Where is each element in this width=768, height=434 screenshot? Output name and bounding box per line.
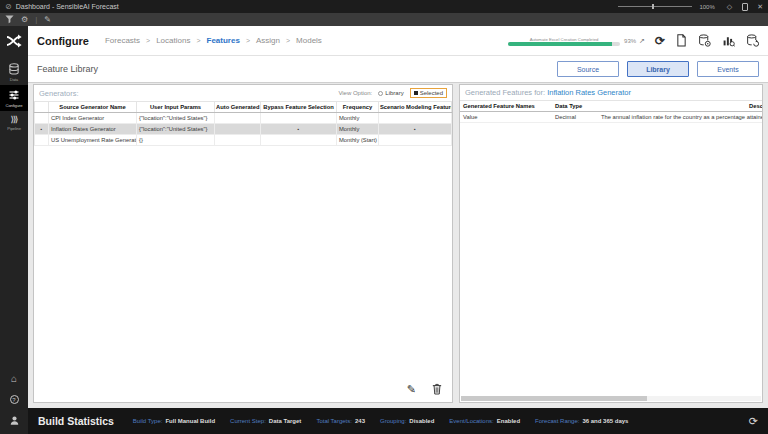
chart-search-icon[interactable]: [722, 34, 735, 47]
help-icon[interactable]: ?: [10, 395, 19, 404]
col-generated-feature-names[interactable]: Generated Feature Names: [460, 101, 552, 112]
col-user-input-params[interactable]: User Input Params: [137, 102, 215, 113]
cell-auto-generated[interactable]: [215, 113, 261, 124]
cell-bypass[interactable]: [261, 135, 337, 146]
generators-title: Generators:: [39, 89, 79, 98]
cell-generator-name[interactable]: Inflation Rates Generator: [49, 124, 137, 135]
home-icon[interactable]: ⌂: [11, 374, 17, 384]
cell-auto-generated[interactable]: [215, 124, 261, 135]
progress-fill: [508, 42, 612, 46]
external-link-icon[interactable]: ↗: [639, 37, 645, 45]
row-select-cell[interactable]: ▪: [35, 124, 49, 135]
cell-scenario[interactable]: [379, 113, 452, 124]
cell-frequency[interactable]: Monthly: [337, 113, 379, 124]
table-row[interactable]: CPI Index Generator {"location":"United …: [35, 113, 452, 124]
cell-user-input-params[interactable]: {"location":"United States"}: [137, 113, 215, 124]
cell-scenario[interactable]: ▪: [379, 124, 452, 135]
cell-auto-generated[interactable]: [215, 135, 261, 146]
cell-generator-name[interactable]: CPI Index Generator: [49, 113, 137, 124]
breadcrumb-forecasts[interactable]: Forecasts: [105, 36, 140, 45]
view-option-library[interactable]: Library: [378, 90, 403, 96]
generated-features-title: Generated Features for: Inflation Rates …: [465, 88, 631, 97]
cell-frequency[interactable]: Monthly (Start): [337, 135, 379, 146]
view-option-selected[interactable]: Selected: [410, 88, 447, 98]
sidebar-item-label: Data: [10, 76, 18, 81]
toolbar: ⚙ | ✎: [0, 13, 768, 26]
cell-user-input-params[interactable]: {}: [137, 135, 215, 146]
table-row[interactable]: ▪ Inflation Rates Generator {"location":…: [35, 124, 452, 135]
page-header: Configure Forecasts > Locations > Featur…: [28, 26, 768, 56]
delete-icon[interactable]: [432, 383, 442, 395]
stat-event-locations: Event/Locations: Enabled: [449, 418, 520, 424]
generator-link[interactable]: Inflation Rates Generator: [547, 88, 631, 97]
radio-checked-icon: [414, 91, 418, 95]
build-statistics-title: Build Statistics: [38, 415, 114, 427]
horizontal-scrollbar[interactable]: [461, 396, 761, 401]
database-gear-icon[interactable]: [698, 34, 711, 47]
window-title: Dashboard - SensibleAI Forecast: [16, 3, 119, 10]
chevrons-icon: ⟩⟩⟩: [11, 115, 17, 124]
source-button[interactable]: Source: [557, 61, 619, 77]
cell-user-input-params[interactable]: {"location":"United States"}: [137, 124, 215, 135]
table-row[interactable]: Value Decimal The annual inflation rate …: [460, 112, 763, 123]
zoom-slider-thumb[interactable]: [652, 4, 654, 9]
col-bypass-feature-selection[interactable]: Bypass Feature Selection: [261, 102, 337, 113]
scrollbar-thumb[interactable]: [461, 396, 647, 401]
progress-track: [508, 42, 620, 46]
cell-data-type[interactable]: Decimal: [552, 112, 598, 123]
cell-generator-name[interactable]: US Unemployment Rate Generator: [49, 135, 137, 146]
cell-description[interactable]: The annual inflation rate for the countr…: [598, 112, 763, 123]
edit-icon[interactable]: ✎: [407, 384, 416, 395]
document-icon[interactable]: [676, 34, 687, 47]
row-select-cell[interactable]: [35, 113, 49, 124]
col-source-generator-name[interactable]: Source Generator Name: [49, 102, 137, 113]
col-auto-generated[interactable]: Auto Generated: [215, 102, 261, 113]
sidebar-item-pipeline[interactable]: ⟩⟩⟩ Pipeline: [0, 111, 28, 134]
database-sync-icon[interactable]: [746, 34, 759, 47]
cell-bypass[interactable]: [261, 113, 337, 124]
sidebar-item-configure[interactable]: Configure: [0, 85, 28, 111]
device-icon[interactable]: [742, 3, 748, 11]
sliders-icon: [8, 89, 20, 101]
close-icon[interactable]: ✕: [757, 3, 763, 10]
zoom-slider[interactable]: [618, 6, 692, 7]
user-icon[interactable]: [9, 415, 20, 426]
col-scenario-modeling[interactable]: Scenario Modeling Feature(s): [379, 102, 452, 113]
cell-scenario[interactable]: [379, 135, 452, 146]
stat-forecast-range: Forecast Range: 36 and 365 days: [535, 418, 628, 424]
sidebar-item-data[interactable]: Data: [0, 59, 28, 85]
page-title: Configure: [37, 35, 89, 47]
cell-bypass[interactable]: ▪: [261, 124, 337, 135]
events-button[interactable]: Events: [697, 61, 759, 77]
breadcrumb-models[interactable]: Models: [296, 36, 322, 45]
status-refresh-icon[interactable]: ⟳: [749, 416, 758, 427]
sparkle-icon[interactable]: ◇: [727, 3, 732, 10]
refresh-icon[interactable]: ⟳: [655, 35, 665, 47]
stat-value: 36 and 365 days: [582, 418, 628, 424]
pencil-icon[interactable]: ✎: [44, 16, 51, 24]
section-subtitle: Feature Library: [37, 64, 98, 74]
table-row[interactable]: US Unemployment Rate Generator {} Monthl…: [35, 135, 452, 146]
stat-value: Enabled: [497, 418, 520, 424]
stat-label: Grouping:: [380, 418, 406, 424]
build-statistics-bar: Build Statistics Build Type: Full Manual…: [28, 408, 768, 434]
col-description[interactable]: Description: [598, 101, 763, 112]
generators-header-row: Source Generator Name User Input Params …: [35, 102, 452, 113]
row-select-cell[interactable]: [35, 135, 49, 146]
chevron-right-icon: >: [146, 37, 150, 44]
stat-label: Current Step:: [230, 418, 266, 424]
cell-frequency[interactable]: Monthly: [337, 124, 379, 135]
sensibleai-logo-icon[interactable]: [6, 33, 22, 49]
gear-icon[interactable]: ⚙: [21, 16, 28, 24]
filter-icon[interactable]: [5, 15, 14, 24]
sidebar-item-label: Configure: [6, 102, 23, 107]
library-button[interactable]: Library: [627, 61, 689, 77]
breadcrumb-locations[interactable]: Locations: [156, 36, 190, 45]
col-frequency[interactable]: Frequency: [337, 102, 379, 113]
stat-label: Build Type:: [133, 418, 163, 424]
col-data-type[interactable]: Data Type: [552, 101, 598, 112]
sub-header: Feature Library Source Library Events: [28, 56, 768, 83]
cell-feature-name[interactable]: Value: [460, 112, 552, 123]
breadcrumb-features[interactable]: Features: [207, 36, 240, 45]
breadcrumb-assign[interactable]: Assign: [256, 36, 280, 45]
